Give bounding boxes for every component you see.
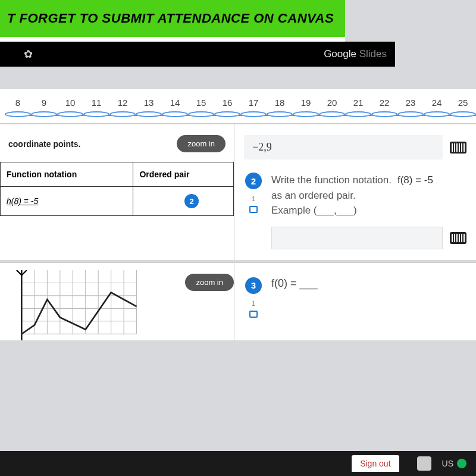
chat-icon[interactable] — [249, 311, 258, 318]
cell-pair[interactable]: 2 — [133, 187, 234, 216]
question-2-panel: coordinate points. zoom in Function nota… — [0, 124, 476, 260]
zoom-in-button[interactable]: zoom in — [177, 135, 226, 152]
keyboard-icon[interactable] — [450, 232, 466, 244]
slide-toolbar: ✿ Google Slides — [0, 42, 395, 67]
taskbar-icon[interactable] — [417, 456, 431, 471]
answer-badge: 2 — [184, 194, 199, 208]
answer-input-field[interactable] — [271, 227, 443, 249]
sign-out-button[interactable]: Sign out — [352, 455, 399, 472]
col-function-notation: Function notation — [1, 162, 133, 187]
col-ordered-pair: Ordered pair — [133, 162, 234, 187]
coordinate-points-heading: coordinate points. — [8, 139, 80, 149]
taskbar: Sign out US — [0, 451, 476, 476]
gear-icon[interactable]: ✿ — [24, 48, 33, 61]
question-number-badge: 2 — [245, 173, 262, 189]
question-2-text: Write the function notation.f(8) = -5 as… — [263, 173, 466, 249]
keyboard-icon[interactable] — [450, 142, 466, 154]
question-2-right: −2,9 2 1 Write the function notation.f(8… — [234, 124, 476, 260]
question-number-badge: 3 — [245, 277, 262, 294]
banner-text: T FORGET TO SUBMIT ATTENDANCE ON CANVAS — [7, 11, 338, 26]
function-table: Function notation Ordered pair h(8) = -5… — [0, 162, 234, 216]
google-slides-label: Google Slides — [324, 48, 387, 60]
zoom-in-button[interactable]: zoom in — [185, 274, 234, 291]
cell-function: h(8) = -5 — [1, 187, 133, 216]
attendance-banner: T FORGET TO SUBMIT ATTENDANCE ON CANVAS — [0, 0, 345, 37]
chat-icon[interactable] — [249, 206, 258, 213]
status-dot-icon — [457, 459, 466, 468]
ruler-numbers: 8 9 10 11 12 13 14 15 16 17 18 19 20 21 … — [0, 98, 476, 108]
previous-answer-display: −2,9 — [244, 135, 443, 159]
question-subcount: 1 — [252, 195, 255, 202]
table-row: h(8) = -5 2 — [1, 187, 234, 216]
function-graph — [0, 263, 155, 340]
slide-ruler[interactable]: 8 9 10 11 12 13 14 15 16 17 18 19 20 21 … — [0, 89, 476, 124]
question-3-text: f(0) = ___ — [263, 277, 318, 318]
question-subcount: 1 — [252, 300, 255, 307]
question-2-left: coordinate points. zoom in Function nota… — [0, 124, 234, 260]
question-3-panel: zoom in 3 1 f(0) = ___ — [0, 262, 476, 340]
input-language-indicator[interactable]: US — [442, 459, 453, 468]
slide-preview: T FORGET TO SUBMIT ATTENDANCE ON CANVAS — [0, 0, 345, 42]
